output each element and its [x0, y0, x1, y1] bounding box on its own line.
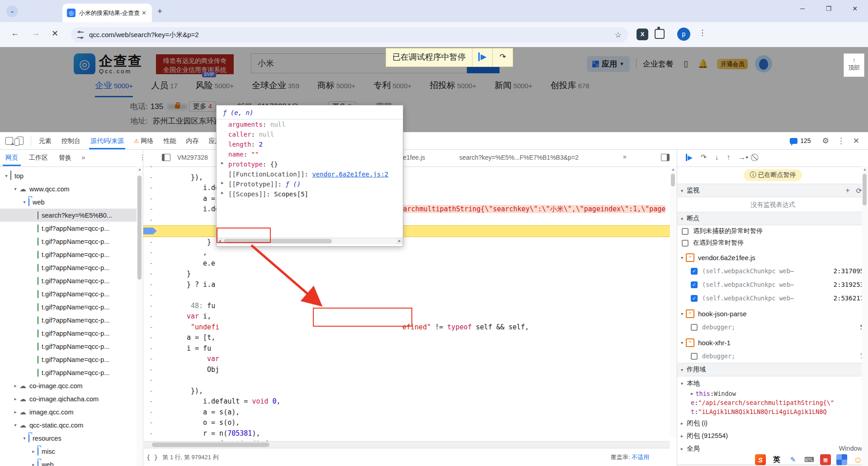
tab-search-icon[interactable]: ⌄ [6, 5, 18, 17]
breakpoint-group-header[interactable]: ▾‹›vendor.6a2e1fee.js [677, 251, 868, 264]
editor-hscrollbar[interactable] [143, 441, 670, 448]
breakpoint-item[interactable]: debugger;7 [677, 349, 868, 363]
browser-menu-icon[interactable]: ⋮ [698, 28, 706, 38]
stop-reload-icon[interactable]: ✕ [52, 29, 58, 38]
sogou-input-icon[interactable]: S [755, 454, 766, 465]
code-line[interactable]: -r = n(705381), [143, 428, 670, 439]
tree-item[interactable]: t.gif?appName=qcc-p... [0, 274, 137, 287]
banner-step-over-button[interactable]: ↷ [492, 48, 513, 67]
expand-panel-icon[interactable] [661, 154, 670, 161]
breakpoint-item[interactable]: ✓(self.webpackChunkpc_web⋯2:317095 [677, 264, 868, 278]
sidebar-scrollbar[interactable]: ▲ [862, 166, 868, 466]
code-line[interactable]: -, [143, 247, 670, 258]
editor-vscrollbar[interactable]: ▲ [670, 166, 677, 437]
breakpoint-group-header[interactable]: ▾‹›hook-json-parse [677, 307, 868, 320]
refresh-watch-icon[interactable]: ⟳ [856, 186, 862, 195]
issues-chat-icon[interactable] [790, 138, 797, 144]
exception-toggle-row[interactable]: 遇到未捕获的异常时暂停 [677, 225, 868, 237]
new-tab-button[interactable]: + [157, 6, 162, 16]
scope-variable[interactable]: e: "/api/search/searchmultipathString{\" [677, 398, 868, 407]
banner-resume-button[interactable]: ▶ [472, 48, 492, 67]
watch-section-header[interactable]: ▾监视+⟳ [677, 184, 868, 197]
devtools-close-icon[interactable]: ✕ [853, 136, 859, 146]
tree-item[interactable]: t.gif?appName=qcc-p... [0, 222, 137, 235]
file-tree-scrollbar[interactable]: ▲ [137, 166, 143, 466]
code-line[interactable]: -e.e [143, 258, 670, 269]
tree-item[interactable]: t.gif?appName=qcc-p... [0, 353, 137, 366]
grid-tool-icon[interactable] [836, 454, 847, 465]
pane-tab-工作区[interactable]: 工作区 [24, 149, 53, 166]
devtools-tab-网络[interactable]: ⚠网络 [129, 132, 159, 149]
pane-tab-替换[interactable]: 替换 [53, 149, 77, 166]
language-mode-icon[interactable]: 英 [771, 454, 782, 465]
tree-item[interactable]: ▾web [0, 195, 137, 209]
window-minimize-button[interactable]: ─ [789, 0, 816, 18]
step-out-icon[interactable]: ↑ [726, 153, 730, 162]
code-line[interactable]: -i.default = void 0, [143, 396, 670, 407]
add-watch-icon[interactable]: + [845, 186, 849, 195]
tree-item[interactable]: ▸misc [0, 445, 137, 458]
breakpoint-item[interactable]: debugger;5 [677, 320, 868, 334]
step-over-icon[interactable]: ↷ [701, 153, 707, 162]
code-line[interactable]: -var [143, 354, 670, 365]
more-file-tabs-chevron[interactable]: » [620, 153, 629, 160]
coverage-link[interactable]: 不适用 [632, 454, 649, 461]
code-line[interactable]: - [143, 290, 670, 301]
toolbox-icon[interactable]: ▦ [820, 454, 831, 465]
tree-item[interactable]: ▾resources [0, 432, 137, 445]
breakpoint-group-header[interactable]: ▾‹›hook-xhr-1 [677, 336, 868, 349]
url-text[interactable]: qcc.com/web/search?key=小米&p=2 [89, 31, 615, 39]
code-line[interactable]: - [143, 375, 670, 386]
tree-item[interactable]: t.gif?appName=qcc-p... [0, 248, 137, 261]
extension-x-icon[interactable]: X [637, 29, 648, 40]
expand-arrow-icon[interactable]: ▶ [221, 161, 223, 165]
code-line[interactable]: -i = fu [143, 343, 670, 354]
back-to-top-button[interactable]: ↑顶部 [844, 53, 864, 77]
tree-item[interactable]: t.gif?appName=qcc-p... [0, 327, 137, 340]
profile-avatar[interactable]: p [677, 28, 690, 41]
tree-item[interactable]: ▾☁qcc-static.qcc.com [0, 418, 137, 432]
devtools-tab-元素[interactable]: 元素 [34, 132, 57, 149]
window-maximize-button[interactable]: ❐ [816, 0, 842, 18]
exception-toggle-row[interactable]: 在遇到异常时暂停 [677, 237, 868, 249]
scope-variable[interactable]: ▶this: Window [677, 389, 868, 398]
scope-group-header[interactable]: ▸闭包 (i) [677, 417, 868, 429]
inspect-element-icon[interactable] [5, 137, 13, 145]
file-tab[interactable]: search?key=%E5%...F%E7%B1%B3&p=2 [459, 149, 609, 166]
tree-item[interactable]: t.gif?appName=qcc-p... [0, 340, 137, 353]
code-line[interactable]: -o = s(o), [143, 418, 670, 428]
tree-item[interactable]: ▸web [0, 458, 137, 466]
tree-item[interactable]: t.gif?appName=qcc-p... [0, 261, 137, 274]
devtools-menu-icon[interactable]: ⋮ [837, 136, 845, 146]
scope-section-header[interactable]: ▾作用域 [677, 363, 868, 376]
resume-script-icon[interactable]: ▶ [686, 154, 693, 161]
tree-item[interactable]: search?key=%E5%B0... [0, 209, 137, 222]
code-line[interactable]: -Obj [143, 365, 670, 376]
devtools-tab-源代码/来源[interactable]: 源代码/来源 [85, 132, 129, 149]
tree-item[interactable]: ▾top [0, 169, 137, 182]
breakpoint-item[interactable]: ✓(self.webpackChunkpc_web⋯2:536217 [677, 291, 868, 305]
step-icon[interactable]: →• [738, 153, 748, 162]
tree-item[interactable]: ▸☁co-image.qcc.com [0, 379, 137, 392]
checkbox-checked[interactable]: ✓ [691, 295, 698, 302]
tree-item[interactable]: ▸☁image.qcc.com [0, 405, 137, 418]
more-pane-tabs-chevron[interactable]: » [79, 154, 88, 161]
code-line[interactable]: -}), [143, 386, 670, 397]
issues-count[interactable]: 125 [800, 137, 811, 144]
collapse-sidebar-icon[interactable] [162, 154, 170, 161]
function-location-link[interactable]: vendor.6a2e1fee.js:2 [312, 171, 388, 178]
device-toolbar-icon[interactable] [17, 137, 24, 145]
tree-item[interactable]: ▾☁www.qcc.com [0, 182, 137, 195]
site-settings-icon[interactable] [77, 32, 84, 38]
emoji-icon[interactable]: ☺ [853, 454, 863, 465]
tab-close-icon[interactable]: ✕ [141, 10, 147, 16]
extensions-puzzle-icon[interactable] [655, 29, 665, 39]
devtools-tab-内存[interactable]: 内存 [181, 132, 204, 149]
address-bar[interactable]: qcc.com/web/search?key=小米&p=2 ☆ [71, 27, 628, 43]
soft-keyboard-icon[interactable]: ⌨ [804, 454, 815, 465]
pretty-print-icon[interactable]: { } [146, 454, 158, 461]
back-icon[interactable]: ← [11, 29, 19, 38]
devtools-tab-控制台[interactable]: 控制台 [57, 132, 85, 149]
step-into-icon[interactable]: ↓ [715, 153, 718, 162]
expand-arrow-icon[interactable]: ▶ [221, 181, 223, 185]
